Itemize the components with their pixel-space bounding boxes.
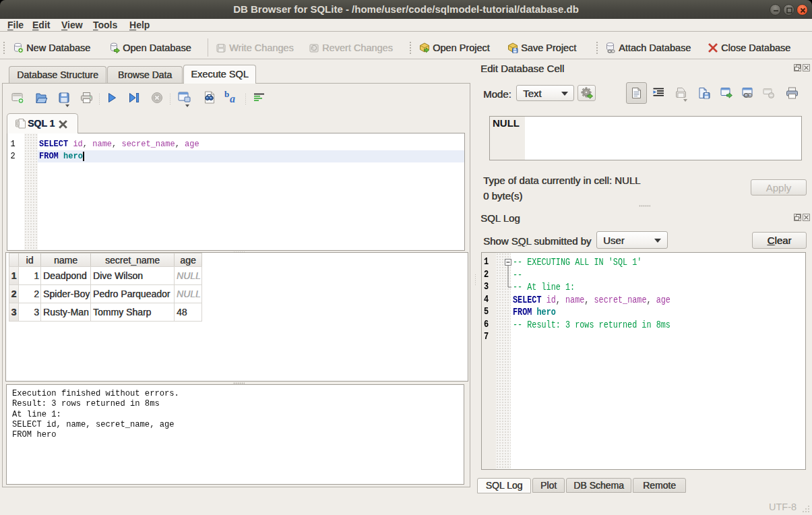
svg-text:b: b	[224, 90, 229, 99]
svg-text:a: a	[230, 93, 235, 104]
